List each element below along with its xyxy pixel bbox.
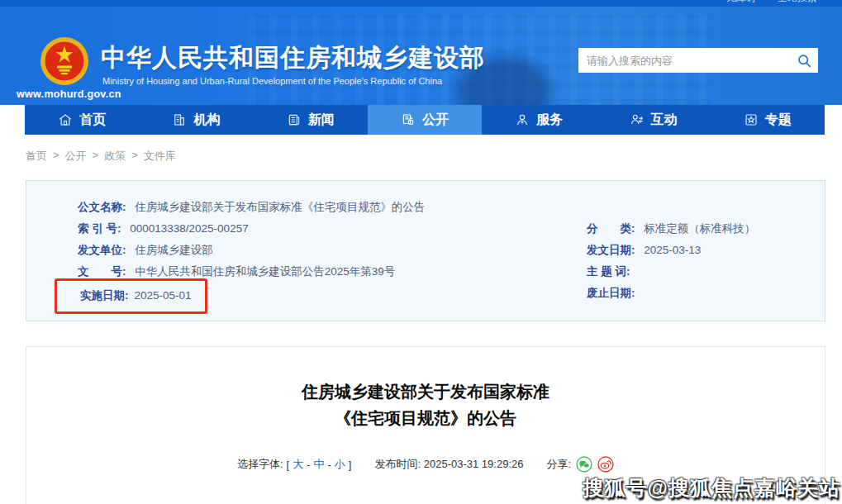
nav-label: 专题 (765, 112, 792, 129)
nav-item-topics[interactable]: 专题 (711, 105, 825, 135)
bracket-open: [ (287, 459, 290, 471)
breadcrumb-link-home[interactable]: 首页 (26, 149, 47, 164)
bracket-close: ] (349, 459, 352, 471)
search-icon (797, 54, 811, 68)
site-subtitle: Ministry of Housing and Urban-Rural Deve… (102, 76, 442, 86)
meta-row-issuer: 发文单位: 住房城乡建设部 发文日期: 2025-03-13 (26, 244, 825, 256)
watermark: 搜狐号@搜狐焦点嘉峪关站 (583, 474, 840, 502)
meta-row-doc-name: 公文名称: 住房城乡建设部关于发布国家标准《住宅项目规范》的公告 (26, 201, 825, 213)
nav-item-interaction[interactable]: 互动 (596, 105, 710, 135)
national-emblem-logo (40, 36, 89, 86)
top-link-site-search[interactable]: 全站搜索 (778, 0, 817, 4)
doc-meta-panel: 公文名称: 住房城乡建设部关于发布国家标准《住宅项目规范》的公告 索 引 号: … (26, 180, 825, 321)
weibo-share-button[interactable] (597, 456, 614, 473)
font-separator: - (328, 459, 331, 471)
meta-label: 实施日期: (80, 289, 129, 302)
meta-label: 文 号: (78, 265, 126, 278)
meta-label: 主 题 词: (587, 265, 630, 278)
topics-icon (744, 112, 759, 127)
home-icon (58, 112, 73, 127)
meta-value-doc-name: 住房城乡建设部关于发布国家标准《住宅项目规范》的公告 (135, 201, 425, 213)
article-title: 住房城乡建设部关于发布国家标准 《住宅项目规范》的公告 (26, 378, 825, 431)
breadcrumb-link-library[interactable]: 文件库 (144, 149, 176, 164)
top-utility-bar: 无障碍 全站搜索 (0, 0, 842, 7)
meta-label: 发文日期: (587, 244, 635, 256)
nav-label: 首页 (79, 112, 106, 129)
nav-item-disclosure[interactable]: 公开 (368, 105, 482, 135)
meta-value-implementation-date: 2025-05-01 (135, 289, 192, 302)
highlight-box-annotation: 实施日期: 2025-05-01 (55, 278, 207, 314)
font-size-medium-link[interactable]: 中 (314, 457, 325, 472)
nav-label: 公开 (422, 112, 449, 129)
publish-time-label: 发布时间: (374, 458, 421, 470)
meta-row-index: 索 引 号: 000013338/2025-00257 分 类: 标准定额（标准… (26, 222, 825, 235)
main-navigation: 首页 机构 新闻 公开 服务 互动 (25, 105, 825, 135)
breadcrumb-link-disclosure[interactable]: 公开 (65, 149, 87, 164)
article-title-line1: 住房城乡建设部关于发布国家标准 (26, 378, 825, 405)
organization-icon (172, 112, 187, 127)
breadcrumb: 首页 > 公开 > 政策 > 文件库 (26, 149, 842, 164)
meta-value-index-number: 000013338/2025-00257 (130, 222, 248, 235)
font-size-selector: 选择字体: [ 大 - 中 - 小 ] (237, 457, 352, 472)
font-separator: - (307, 459, 310, 471)
search-button[interactable] (790, 48, 818, 73)
nav-label: 机构 (193, 112, 220, 129)
meta-label: 发文单位: (78, 244, 126, 256)
site-title: 中华人民共和国住房和城乡建设部 (101, 41, 485, 75)
article-title-line2: 《住宅项目规范》的公告 (26, 405, 825, 431)
search-input[interactable] (578, 55, 790, 67)
nav-item-organization[interactable]: 机构 (139, 105, 253, 135)
nav-label: 服务 (536, 112, 563, 129)
font-selector-label: 选择字体: (237, 457, 283, 472)
publish-time: 发布时间: 2025-03-31 19:29:26 (374, 457, 523, 472)
meta-value-issuing-unit: 住房城乡建设部 (135, 244, 213, 256)
meta-value-doc-number: 中华人民共和国住房和城乡建设部公告2025年第39号 (135, 265, 395, 278)
site-url: www.mohurd.gov.cn (17, 88, 121, 100)
nav-item-service[interactable]: 服务 (482, 105, 596, 135)
meta-label: 分 类: (587, 222, 635, 235)
service-icon (515, 112, 530, 127)
meta-label: 公文名称: (78, 201, 126, 213)
nav-item-news[interactable]: 新闻 (254, 105, 368, 135)
breadcrumb-separator: > (93, 149, 99, 164)
share-label: 分享: (546, 457, 571, 472)
wechat-share-button[interactable] (576, 456, 592, 473)
meta-value-issue-date: 2025-03-13 (644, 244, 701, 256)
breadcrumb-separator: > (53, 149, 59, 164)
top-link-accessibility[interactable]: 无障碍 (726, 0, 756, 4)
meta-value-category: 标准定额（标准科技） (644, 222, 755, 235)
interaction-icon (630, 112, 645, 127)
publish-time-value: 2025-03-31 19:29:26 (424, 458, 524, 470)
share-buttons: 分享: (546, 456, 614, 473)
search-box (578, 48, 818, 73)
nav-item-home[interactable]: 首页 (25, 105, 139, 135)
font-size-large-link[interactable]: 大 (293, 457, 303, 472)
disclosure-icon (401, 112, 416, 127)
breadcrumb-separator: > (131, 149, 138, 164)
meta-label: 索 引 号: (78, 222, 121, 235)
font-size-small-link[interactable]: 小 (335, 457, 345, 472)
nav-label: 互动 (651, 112, 678, 129)
meta-row-implementation-date: 实施日期: 2025-05-01 废止日期: (26, 287, 825, 304)
breadcrumb-link-policy[interactable]: 政策 (104, 149, 126, 164)
meta-row-doc-number: 文 号: 中华人民共和国住房和城乡建设部公告2025年第39号 主 题 词: (26, 265, 825, 278)
site-header: www.mohurd.gov.cn 中华人民共和国住房和城乡建设部 Minist… (0, 7, 842, 105)
news-icon (287, 112, 302, 127)
nav-label: 新闻 (308, 112, 335, 129)
article-meta-row: 选择字体: [ 大 - 中 - 小 ] 发布时间: 2025-03-31 19:… (26, 456, 825, 473)
meta-label: 废止日期: (587, 287, 635, 299)
